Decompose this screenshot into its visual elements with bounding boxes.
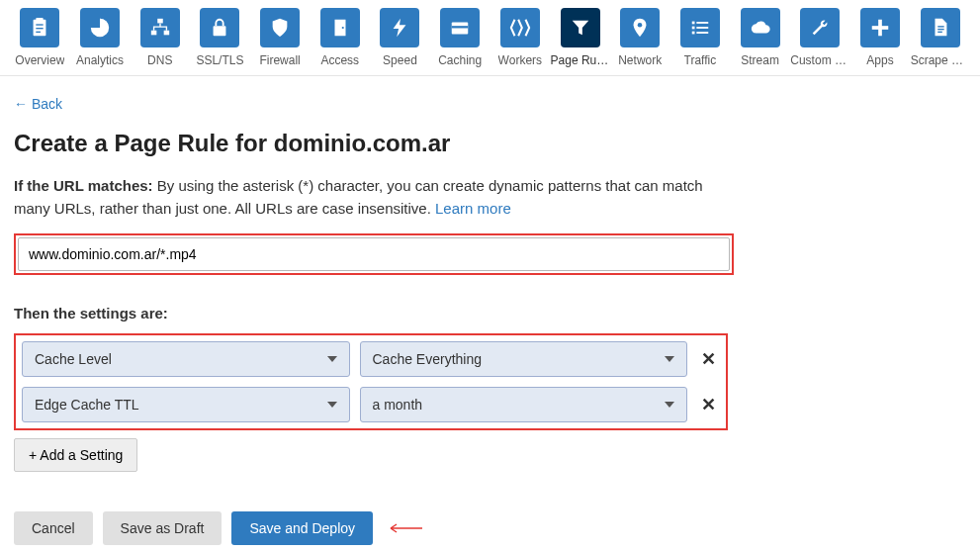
nav-label: Analytics [76,53,124,67]
remove-setting-button[interactable]: ✕ [697,394,720,415]
settings-heading: Then the settings are: [14,305,966,322]
nav-label: Page Rules [551,53,610,67]
svg-point-10 [341,27,343,29]
nav-label: Workers [498,53,542,67]
setting-row: Edge Cache TTL a month ✕ [22,387,720,422]
back-link[interactable]: ← Back [14,96,62,112]
svg-rect-22 [937,26,943,27]
main-content: ← Back Create a Page Rule for dominio.co… [0,76,980,552]
nav-label: Caching [438,53,482,67]
clipboard-icon [20,8,59,47]
desc-bold: If the URL matches: [14,177,153,194]
pie-icon [80,8,120,47]
setting-name-label: Edge Cache TTL [35,397,139,413]
url-highlight-frame [14,233,734,275]
nav-item-firewall[interactable]: Firewall [250,8,311,75]
nav-item-scrape-sh-[interactable]: Scrape Sh… [910,8,970,75]
save-deploy-button[interactable]: Save and Deploy [231,511,373,545]
nav-item-caching[interactable]: Caching [430,8,490,75]
bolt-icon [380,8,419,47]
save-draft-button[interactable]: Save as Draft [103,511,223,545]
nav-item-analytics[interactable]: Analytics [70,8,131,75]
nav-item-overview[interactable]: Overview [10,8,70,75]
learn-more-link[interactable]: Learn more [435,200,511,217]
setting-value-select[interactable]: Cache Everything [360,341,688,377]
setting-name-select[interactable]: Cache Level [22,341,350,377]
svg-rect-5 [157,19,163,24]
nav-label: Speed [383,53,417,67]
svg-rect-23 [937,29,943,30]
nav-label: Custom P… [790,53,849,67]
setting-value-label: a month [373,397,423,413]
setting-name-label: Cache Level [35,351,112,367]
settings-highlight-frame: Cache Level Cache Everything ✕ Edge Cach… [14,333,728,430]
nav-item-workers[interactable]: Workers [490,8,551,75]
funnel-icon [561,8,600,47]
svg-rect-14 [692,22,695,25]
pin-icon [620,8,660,47]
lock-icon [200,8,239,47]
nav-item-dns[interactable]: DNS [130,8,190,75]
svg-rect-3 [37,28,44,29]
nav-item-page-rules[interactable]: Page Rules [550,8,610,75]
svg-rect-18 [692,32,695,35]
svg-rect-1 [37,18,44,22]
chevron-down-icon [327,356,337,362]
nav-label: SSL/TLS [196,53,243,67]
cloud-icon [741,8,780,47]
svg-rect-8 [214,26,226,36]
setting-row: Cache Level Cache Everything ✕ [22,341,720,377]
svg-rect-6 [151,31,157,36]
svg-rect-7 [163,31,169,36]
svg-rect-17 [696,27,708,29]
setting-value-label: Cache Everything [373,351,483,367]
nav-item-apps[interactable]: Apps [850,8,911,75]
nav-item-custom-p-[interactable]: Custom P… [790,8,850,75]
page-title: Create a Page Rule for dominio.com.ar [14,130,966,157]
wrench-icon [800,8,840,47]
nav-label: Scrape Sh… [911,53,970,67]
svg-rect-15 [696,22,708,24]
svg-rect-21 [872,26,889,30]
description: If the URL matches: By using the asteris… [14,175,726,220]
nav-item-access[interactable]: Access [310,8,370,75]
nav-label: Firewall [259,53,300,67]
doc-icon [921,8,960,47]
nav-item-stream[interactable]: Stream [730,8,790,75]
nav-label: Traffic [684,53,717,67]
nav-label: Network [618,53,662,67]
nav-item-network[interactable]: Network [610,8,670,75]
workers-icon [500,8,540,47]
plus-icon [860,8,900,47]
chevron-down-icon [665,402,674,408]
shield-icon [260,8,300,47]
chevron-down-icon [665,356,674,362]
nav-label: Access [320,53,359,67]
door-icon [320,8,360,47]
sitemap-icon [140,8,180,47]
arrow-annotation-icon [383,522,422,534]
url-pattern-input[interactable] [18,237,730,271]
card-icon [440,8,480,47]
nav-label: DNS [147,53,172,67]
nav-label: Stream [741,53,779,67]
cancel-button[interactable]: Cancel [14,511,93,545]
svg-rect-24 [937,32,942,33]
nav-item-speed[interactable]: Speed [370,8,430,75]
nav-item-ssl-tls[interactable]: SSL/TLS [190,8,250,75]
svg-point-13 [638,23,643,28]
setting-value-select[interactable]: a month [360,387,688,422]
setting-name-select[interactable]: Edge Cache TTL [22,387,350,422]
nav-item-traffic[interactable]: Traffic [670,8,731,75]
svg-rect-9 [334,20,345,37]
svg-rect-16 [692,27,695,30]
add-setting-button[interactable]: + Add a Setting [14,438,137,472]
chevron-down-icon [327,402,337,408]
svg-rect-12 [452,26,469,28]
list-icon [680,8,720,47]
top-navigation: OverviewAnalyticsDNSSSL/TLSFirewallAcces… [0,0,980,76]
svg-rect-4 [37,32,42,33]
nav-label: Overview [15,53,64,67]
remove-setting-button[interactable]: ✕ [697,348,720,370]
action-bar: Cancel Save as Draft Save and Deploy [14,511,966,545]
